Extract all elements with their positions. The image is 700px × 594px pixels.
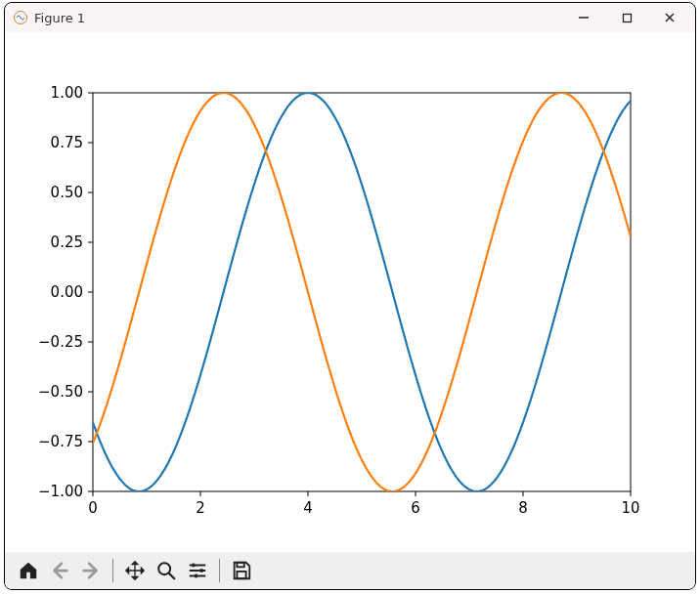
svg-text:1.00: 1.00 (51, 84, 83, 102)
svg-text:8: 8 (518, 499, 528, 517)
window-controls (562, 3, 691, 32)
svg-text:−1.00: −1.00 (38, 483, 83, 500)
back-button[interactable] (46, 557, 73, 584)
svg-rect-45 (237, 563, 243, 568)
arrow-left-icon (49, 560, 70, 581)
zoom-icon (155, 560, 177, 581)
toolbar-separator (112, 559, 113, 582)
move-icon (124, 560, 146, 581)
chart: 0246810−1.00−0.75−0.50−0.250.000.250.500… (5, 32, 696, 552)
maximize-button[interactable] (605, 4, 648, 31)
save-button[interactable] (228, 557, 255, 584)
svg-text:−0.25: −0.25 (38, 333, 83, 351)
home-button[interactable] (15, 557, 42, 584)
zoom-button[interactable] (153, 557, 180, 584)
svg-text:0: 0 (88, 499, 98, 517)
home-icon (18, 560, 39, 581)
save-icon (231, 560, 252, 581)
svg-text:2: 2 (196, 499, 205, 517)
svg-text:4: 4 (303, 499, 313, 517)
svg-rect-44 (195, 574, 197, 578)
configure-button[interactable] (184, 557, 211, 584)
svg-text:0.75: 0.75 (51, 134, 83, 151)
svg-rect-2 (623, 14, 631, 21)
svg-text:0.00: 0.00 (51, 283, 83, 301)
app-icon (13, 10, 28, 25)
toolbar-separator (219, 559, 220, 582)
svg-rect-42 (193, 564, 196, 568)
svg-text:0.50: 0.50 (51, 184, 83, 201)
svg-text:0.25: 0.25 (51, 233, 83, 251)
arrow-right-icon (80, 560, 102, 581)
svg-line-38 (169, 573, 175, 579)
window-title: Figure 1 (34, 11, 85, 25)
titlebar: Figure 1 (5, 3, 695, 32)
svg-rect-46 (237, 572, 245, 578)
svg-text:6: 6 (411, 499, 420, 517)
svg-text:−0.75: −0.75 (38, 433, 83, 450)
svg-rect-5 (93, 93, 631, 491)
close-button[interactable] (648, 4, 691, 31)
svg-text:−0.50: −0.50 (38, 383, 83, 401)
plot-area: 0246810−1.00−0.75−0.50−0.250.000.250.500… (5, 32, 696, 552)
pan-button[interactable] (121, 557, 149, 584)
forward-button[interactable] (77, 557, 105, 584)
figure-window: Figure 1 0246810−1.00−0.75−0.50−0.250.00… (4, 2, 696, 590)
sliders-icon (187, 560, 208, 581)
svg-text:10: 10 (621, 499, 639, 517)
svg-rect-43 (200, 569, 203, 573)
minimize-button[interactable] (562, 4, 605, 31)
toolbar (5, 552, 696, 589)
